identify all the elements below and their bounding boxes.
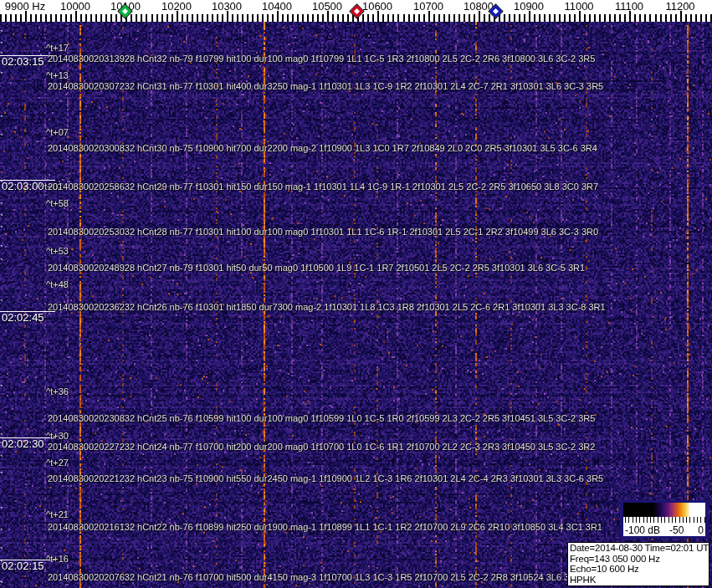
time-edge-tick: ` [0,301,3,308]
frequency-ruler[interactable]: 9900 Hz100001010010200103001040010500106… [0,0,712,22]
time-edge-tick: ` [0,135,3,142]
ruler-minor-tick [192,14,193,22]
ruler-minor-tick [433,14,435,22]
frequency-tick-label: 11200 [665,0,694,13]
time-edge-tick: ` [0,457,3,463]
ruler-minor-tick [312,14,314,22]
ruler-minor-tick [544,14,546,22]
db-scale-tick [653,517,654,523]
frequency-tick-label: 11000 [564,0,593,13]
ruler-minor-tick [60,14,62,22]
ruler-minor-tick [90,14,92,22]
ruler-minor-tick [474,14,475,22]
ruler-minor-tick [423,14,425,22]
frequency-tick-label: 10600 [362,0,392,13]
db-scale-tick [672,517,673,523]
time-edge-tick: ` [0,260,3,267]
ruler-minor-tick [55,14,57,22]
event-log-line: 20140830020221232 hCnt23 nb-75 f10900 hi… [48,473,603,484]
ruler-minor-tick [403,14,405,22]
ruler-minor-tick [131,14,132,22]
ruler-minor-tick [564,14,566,22]
ruler-minor-tick [0,14,2,22]
event-time-marker: ^t+36 [46,386,69,397]
db-scale-tick [675,517,676,523]
ruler-minor-tick [272,14,274,22]
ruler-minor-tick [519,14,520,22]
frequency-tick-label: 10300 [212,0,242,13]
frequency-tick-label: 10500 [312,0,342,13]
ruler-minor-tick [187,14,188,22]
db-scale-tick [689,517,690,523]
db-scale-ruler: -100 dB -50 0 [623,517,705,536]
ruler-minor-tick [115,14,117,22]
ruler-minor-tick [624,14,626,22]
ruler-minor-tick [85,14,87,22]
ruler-minor-tick [80,14,82,22]
event-log-line: 20140830020236232 hCnt26 nb-76 f10301 hi… [48,302,606,313]
event-log-line: 20140830020207632 hCnt21 nb-76 f10700 hi… [48,572,581,583]
ruler-minor-tick [397,14,399,22]
event-time-marker: ^t+27 [46,458,69,468]
ruler-minor-tick [262,14,264,22]
time-edge-tick: ` [0,43,3,50]
ruler-minor-tick [453,14,455,22]
ruler-minor-tick [639,14,641,22]
time-edge-tick: ` [0,509,3,515]
event-time-marker: ^t+17 [46,43,69,54]
db-scale-tick [633,517,633,523]
ruler-minor-tick [418,14,420,22]
ruler-minor-tick [609,14,611,22]
time-edge-tick: ` [0,204,3,211]
ruler-minor-tick [197,14,198,22]
db-scale-tick [650,517,651,523]
time-edge-tick: ` [0,386,3,393]
event-log-line: 20140830020230832 hCnt25 nb-76 f10599 hi… [48,413,595,424]
ruler-minor-tick [65,14,67,22]
event-log-line: 20140830020253032 hCnt28 nb-77 f10301 hi… [48,227,598,238]
ruler-minor-tick [166,14,168,22]
time-edge-tick: ` [0,435,3,442]
db-scale-tick [625,517,626,523]
event-time-marker: ^t+07 [46,127,69,138]
ruler-minor-tick [30,14,32,22]
ruler-minor-tick [182,14,183,22]
event-time-marker: ^t+53 [46,246,69,257]
ruler-minor-tick [307,14,309,22]
frequency-tick-label: 10700 [413,0,443,13]
db-scale-tick [704,517,705,523]
ruler-minor-tick [408,14,410,22]
info-station: HPHK [570,575,709,585]
ruler-minor-tick [297,14,299,22]
ruler-minor-tick [489,14,490,22]
ruler-minor-tick [151,14,153,22]
frequency-tick-label: 10900 [514,0,544,13]
ruler-minor-tick [105,14,107,22]
ruler-minor-tick [342,14,344,22]
ruler-minor-tick [509,14,510,22]
frequency-tick-label: 10200 [161,0,192,13]
ruler-minor-tick [649,14,651,22]
db-scale-tick [658,517,658,523]
event-time-marker: ^t+16 [46,554,69,565]
time-edge-tick: ` [0,247,3,253]
ruler-minor-tick [110,14,112,22]
time-axis-label: 02:02:45 [0,311,55,324]
time-edge-tick: ` [0,182,3,189]
ruler-minor-tick [136,14,137,22]
db-scale-tick [697,517,698,523]
ruler-minor-tick [584,14,586,22]
ruler-minor-tick [302,14,304,22]
ruler-minor-tick [514,14,515,22]
event-time-marker: ^t+48 [46,279,69,290]
ruler-minor-tick [534,14,535,22]
frequency-tick-label: 11100 [615,0,643,13]
ruler-minor-tick [242,14,243,22]
db-scale-label-mid: -50 [669,524,684,536]
ruler-minor-tick [464,14,465,22]
ruler-minor-tick [317,14,319,22]
ruler-minor-tick [362,14,364,22]
ruler-minor-tick [156,14,158,22]
db-scale-tick [683,517,684,523]
ruler-minor-tick [634,14,636,22]
